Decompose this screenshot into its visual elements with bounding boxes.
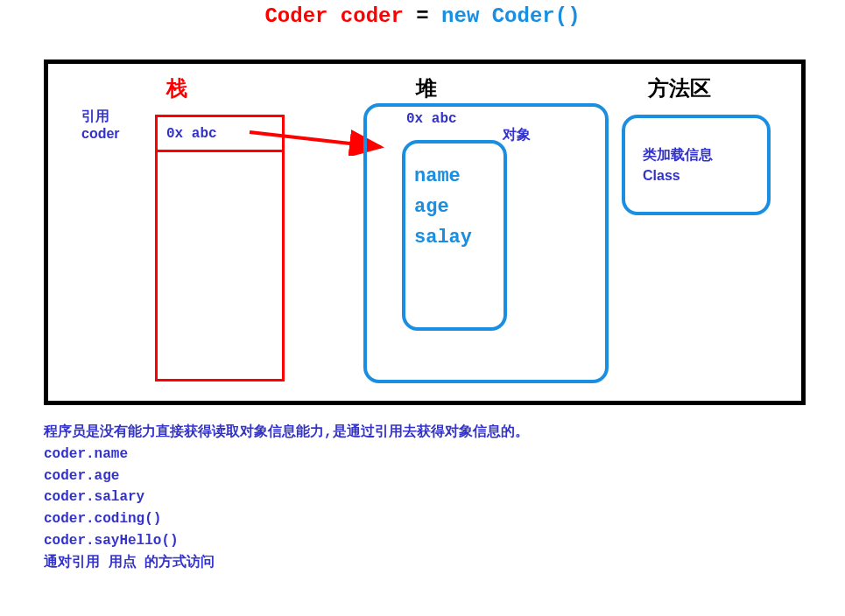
note-code-2: coder.age: [44, 466, 529, 487]
heap-box: 0x abc 对象 name age salay: [363, 103, 609, 383]
note-code-5: coder.sayHello(): [44, 530, 529, 552]
field-age: age: [414, 192, 495, 222]
reference-text-1: 引用: [81, 108, 120, 126]
stack-frame: 0x abc: [158, 117, 282, 152]
field-salary: salay: [414, 222, 495, 253]
method-area-title: 方法区: [648, 74, 711, 102]
note-code-3: coder.salary: [44, 486, 529, 508]
class-text: Class: [643, 165, 750, 186]
stack-title: 栈: [166, 74, 187, 102]
method-area-box: 类加载信息 Class: [622, 115, 771, 215]
note-code-1: coder.name: [44, 444, 529, 466]
memory-diagram: 栈 堆 方法区 引用 coder 0x abc 0x abc 对象 name a…: [44, 60, 806, 405]
reference-text-2: coder: [81, 126, 120, 142]
heap-address: 0x abc: [406, 111, 457, 127]
declaration-left: Coder coder: [264, 4, 403, 28]
footer-notes: 程序员是没有能力直接获得读取对象信息能力,是通过引用去获得对象信息的。 code…: [44, 422, 529, 574]
object-label: 对象: [503, 126, 531, 144]
stack-box: 0x abc: [155, 115, 285, 382]
object-box: name age salay: [402, 140, 507, 331]
note-code-4: coder.coding(): [44, 508, 529, 530]
declaration-equals: =: [416, 4, 441, 28]
code-declaration: Coder coder = new Coder(): [0, 0, 845, 28]
heap-title: 堆: [416, 74, 437, 102]
note-explanation: 程序员是没有能力直接获得读取对象信息能力,是通过引用去获得对象信息的。: [44, 422, 529, 444]
stack-address: 0x abc: [166, 126, 217, 142]
class-load-info: 类加载信息: [643, 144, 750, 165]
field-name: name: [414, 161, 495, 192]
declaration-right: new Coder(): [441, 4, 580, 28]
note-access: 通对引用 用点 的方式访问: [44, 552, 529, 574]
reference-label: 引用 coder: [81, 108, 120, 142]
